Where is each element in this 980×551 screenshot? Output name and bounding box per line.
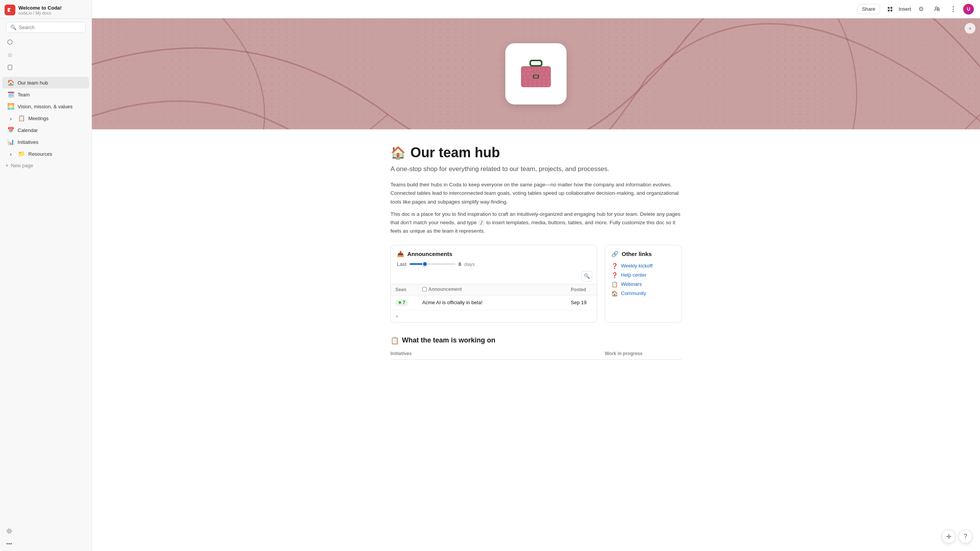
new-page-plus-icon: + <box>5 162 8 168</box>
other-links-emoji: 🔗 <box>611 251 619 258</box>
sidebar-home-icon[interactable] <box>4 36 16 48</box>
sidebar-more-icon[interactable]: ••• <box>4 538 15 549</box>
svg-point-41 <box>538 80 541 83</box>
add-row-button[interactable]: + <box>391 310 597 322</box>
svg-rect-51 <box>534 75 538 78</box>
svg-point-20 <box>529 69 532 72</box>
svg-point-48 <box>543 84 546 87</box>
svg-point-25 <box>522 73 525 75</box>
coda-logo[interactable] <box>5 5 15 15</box>
svg-point-38 <box>524 80 527 83</box>
sidebar-pages-icon[interactable] <box>4 61 16 73</box>
sidebar-item-calendar[interactable]: 📅 Calendar <box>2 124 89 136</box>
sidebar-settings-icon[interactable] <box>4 526 15 536</box>
svg-point-32 <box>524 77 527 79</box>
svg-rect-52 <box>530 60 542 66</box>
sidebar-item-resources[interactable]: › 📁 Resources <box>2 148 89 160</box>
webinars-icon: 📋 <box>611 281 618 287</box>
wip-col-progress: Work in progress <box>605 351 681 356</box>
announcements-title: Announcements <box>407 251 452 257</box>
svg-point-46 <box>534 84 536 87</box>
search-input[interactable] <box>19 24 81 30</box>
link-webinars[interactable]: 📋 Webinars <box>611 281 675 287</box>
other-links-list: ❓ Weekly kickoff ❓ Help center 📋 Webinar… <box>605 261 681 302</box>
col-posted: Posted <box>566 284 597 295</box>
wip-col-initiatives: Initiatives <box>390 351 605 356</box>
announcement-checkbox[interactable] <box>422 287 427 292</box>
help-button[interactable]: ? <box>959 530 972 543</box>
settings-icon[interactable]: ⚙ <box>915 3 927 15</box>
svg-point-40 <box>534 80 536 83</box>
slider-row: Last 8 days <box>391 261 597 271</box>
svg-point-14 <box>953 11 954 12</box>
share-button[interactable]: Share <box>857 4 880 14</box>
svg-point-13 <box>953 8 954 10</box>
announcements-header: 📥 Announcements <box>391 245 597 261</box>
sidebar-item-our-team-hub[interactable]: 🏠 Our team hub <box>2 77 89 88</box>
svg-point-49 <box>547 84 550 87</box>
sidebar: Welcome to Coda! coda.io / My docs 🔍 ☆ 🏠… <box>0 0 92 551</box>
svg-rect-6 <box>888 7 890 9</box>
working-on-title: 📋 What the team is working on <box>390 336 681 345</box>
team-icon: 🗓️ <box>7 91 15 98</box>
svg-point-39 <box>529 80 532 83</box>
svg-rect-8 <box>888 10 890 11</box>
svg-point-2 <box>8 40 12 44</box>
sidebar-header: Welcome to Coda! coda.io / My docs <box>0 0 91 19</box>
sidebar-item-team[interactable]: 🗓️ Team <box>2 89 89 100</box>
table-search-button[interactable]: 🔍 <box>581 271 592 282</box>
two-col-section: 📥 Announcements Last 8 days 🔍 <box>390 245 681 323</box>
page-content: » 🏠 Our team hub A one-stop shop for eve… <box>92 18 980 551</box>
link-weekly-kickoff[interactable]: ❓ Weekly kickoff <box>611 263 675 269</box>
svg-point-24 <box>547 69 550 72</box>
slider-thumb[interactable] <box>422 261 428 267</box>
page-body-text-1: Teams build their hubs in Coda to keep e… <box>390 181 681 206</box>
add-row-plus-icon: + <box>395 313 399 319</box>
new-page-button[interactable]: + New page <box>0 160 91 171</box>
link-weekly-kickoff-label: Weekly kickoff <box>621 263 653 269</box>
bottom-float: ✛ ? <box>942 530 972 543</box>
hero-icon-box <box>505 43 567 104</box>
doc-body: 🏠 Our team hub A one-stop shop for every… <box>375 129 697 383</box>
sidebar-item-meetings[interactable]: › 📋 Meetings <box>2 112 89 124</box>
link-help-center[interactable]: ❓ Help center <box>611 272 675 278</box>
workspace-breadcrumb: coda.io / My docs <box>18 11 87 15</box>
announcements-emoji: 📥 <box>397 251 404 258</box>
insert-button[interactable] <box>884 3 896 15</box>
inline-code: / <box>478 220 485 226</box>
svg-point-37 <box>547 77 550 79</box>
more-options-icon[interactable] <box>947 3 959 15</box>
svg-point-47 <box>538 84 541 87</box>
table-toolbar: 🔍 <box>391 271 597 284</box>
wip-table-header: Initiatives Work in progress <box>390 351 681 360</box>
share-users-icon[interactable] <box>931 3 943 15</box>
seen-badge: 7 <box>395 299 408 306</box>
link-community[interactable]: 🏠 Community <box>611 290 675 297</box>
vision-icon: 🌅 <box>7 103 15 110</box>
meetings-icon: 📋 <box>18 115 25 122</box>
crosshair-button[interactable]: ✛ <box>942 530 956 543</box>
sidebar-star-icon[interactable]: ☆ <box>4 49 16 61</box>
resources-icon: 📁 <box>18 150 25 157</box>
page-body-text-2: This doc is a place for you to find insp… <box>390 210 681 236</box>
calendar-icon: 📅 <box>7 127 15 134</box>
search-icon: 🔍 <box>10 24 16 30</box>
svg-rect-3 <box>8 65 12 70</box>
svg-point-36 <box>543 77 546 79</box>
search-bar[interactable]: 🔍 <box>6 22 85 33</box>
slider-value: 8 <box>459 261 461 267</box>
working-on-emoji: 📋 <box>390 336 399 345</box>
svg-point-22 <box>538 69 541 72</box>
our-team-hub-icon: 🏠 <box>7 79 15 86</box>
sidebar-item-vision[interactable]: 🌅 Vision, mission, & values <box>2 101 89 112</box>
sidebar-item-initiatives[interactable]: 📊 Initiatives <box>2 136 89 148</box>
svg-point-21 <box>534 69 536 72</box>
svg-point-5 <box>7 529 11 533</box>
svg-point-33 <box>529 77 532 79</box>
workspace-info: Welcome to Coda! coda.io / My docs <box>18 5 87 15</box>
user-avatar[interactable]: U <box>963 4 974 15</box>
page-subtitle: A one-stop shop for everything related t… <box>390 165 681 173</box>
collapse-right-icon[interactable]: » <box>965 23 975 34</box>
announcement-cell: Acme AI is officially in beta! <box>418 295 566 310</box>
community-icon: 🏠 <box>611 290 618 297</box>
